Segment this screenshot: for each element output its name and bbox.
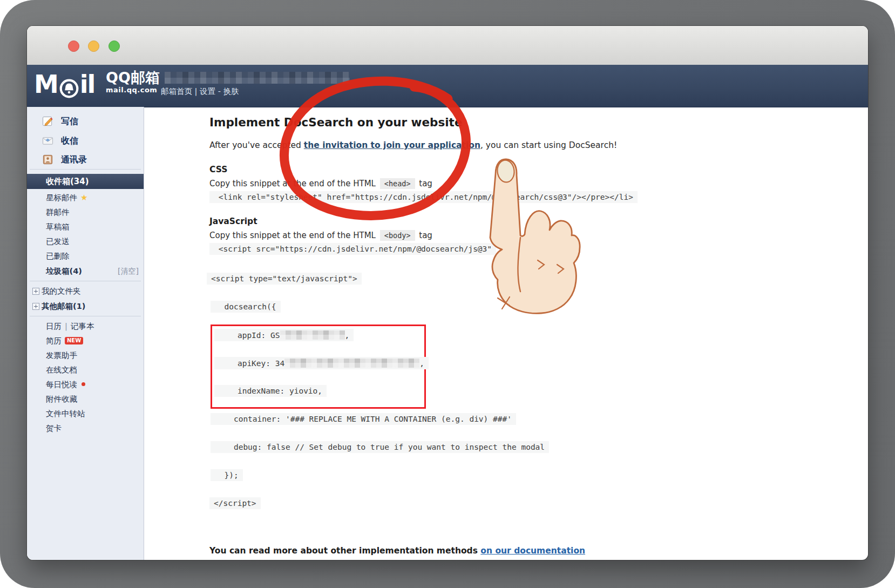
js-instruction-post: tag <box>417 231 432 240</box>
logo-letters-il: il <box>80 69 95 99</box>
sidebar-divider <box>30 281 141 281</box>
sidebar-item-file-transfer[interactable]: 文件中转站 <box>27 407 144 421</box>
close-window-button[interactable] <box>68 40 79 52</box>
sidebar-item-attachment-favorites[interactable]: 附件收藏 <box>27 392 144 406</box>
docsearch-open-line: docsearch({ <box>211 301 281 313</box>
sidebar-item-label: 群邮件 <box>46 205 70 219</box>
pipe-separator: | <box>62 322 71 330</box>
contacts-icon <box>42 154 53 165</box>
apikey-prefix: apiKey: 34 <box>219 359 284 368</box>
sidebar-item-sent[interactable]: 已发送 <box>27 234 144 248</box>
appid-line: appId: GS, <box>214 329 354 341</box>
redacted-account-info <box>165 72 350 84</box>
brand-block: QQ邮箱 mail.qq.com <box>106 70 160 94</box>
brand-name: QQ邮箱 <box>106 70 160 86</box>
sidebar-item-label: 通讯录 <box>61 152 87 168</box>
head-tag-chip: <head> <box>380 178 415 189</box>
sidebar-item-drafts[interactable]: 草稿箱 <box>27 220 144 234</box>
email-title: Implement DocSearch on your website <box>209 116 462 129</box>
sidebar-item-other-accounts[interactable]: 其他邮箱(1) <box>27 299 144 313</box>
invitation-link[interactable]: the invitation to join your application <box>304 140 480 150</box>
debug-line: debug: false // Set debug to true if you… <box>211 441 549 453</box>
browser-window: M il QQ邮箱 mail.qq.com 邮箱首页 | 设置 - 换肤 <box>27 26 868 560</box>
js-code-snippet: <script src="https://cdn.jsdelivr.net/np… <box>209 243 496 255</box>
script-open-line: <script type="text/javascript"> <box>207 273 362 285</box>
sidebar-item-my-folders[interactable]: 我的文件夹 <box>27 284 144 298</box>
close-brace-line: }); <box>211 469 243 481</box>
trash-clear-link[interactable]: [清空] <box>118 264 139 278</box>
sidebar-item-label: 每日悦读 <box>46 380 77 389</box>
sidebar-item-resume[interactable]: 简历NEW <box>27 334 144 348</box>
logo-letter-m: M <box>34 69 58 99</box>
qqmail-header: M il QQ邮箱 mail.qq.com 邮箱首页 | 设置 - 换肤 <box>27 65 868 107</box>
sidebar-item-trash[interactable]: 垃圾箱(4) [清空] <box>27 264 144 278</box>
sidebar-item-label: 星标邮件 <box>46 193 77 202</box>
sidebar-item-daily-reading[interactable]: 每日悦读 <box>27 377 144 391</box>
sidebar-item-calendar-notebook[interactable]: 日历|记事本 <box>27 319 144 333</box>
sidebar-item-online-docs[interactable]: 在线文档 <box>27 363 144 377</box>
footer-text-pre: You can read more about other implementa… <box>209 546 480 556</box>
sidebar-item-label: 我的文件夹 <box>42 284 81 298</box>
sidebar-item-invoice-helper[interactable]: 发票助手 <box>27 348 144 362</box>
sidebar-item-inbox-selected[interactable]: 收件箱(34) <box>27 174 144 189</box>
sidebar-divider <box>30 316 141 316</box>
sidebar-item-label: 发票助手 <box>46 348 77 362</box>
sidebar-item-receive[interactable]: 收信 <box>27 133 144 149</box>
redacted-apikey-value <box>284 359 419 368</box>
window-titlebar <box>27 26 868 65</box>
qqmail-logo[interactable]: M il <box>34 69 94 99</box>
sidebar-item-contacts[interactable]: 通讯录 <box>27 152 144 168</box>
nav-skin-link[interactable]: 换肤 <box>223 87 239 96</box>
sidebar-item-label: 贺卡 <box>46 421 62 435</box>
calendar-link[interactable]: 日历 <box>46 322 62 330</box>
new-badge: NEW <box>65 337 83 344</box>
sidebar-item-label: 在线文档 <box>46 363 77 377</box>
sidebar-item-starred[interactable]: 星标邮件★ <box>27 191 144 205</box>
script-close-line: </script> <box>209 497 261 509</box>
redacted-appid-value <box>280 330 345 340</box>
apikey-suffix: , <box>419 359 424 368</box>
nav-mail-home-link[interactable]: 邮箱首页 <box>161 87 192 96</box>
sidebar-item-compose[interactable]: 写信 <box>27 113 144 130</box>
expand-plus-icon[interactable] <box>32 288 39 295</box>
intro-text-post: , you can start using DocSearch! <box>480 140 617 150</box>
css-instruction-pre: Copy this snippet at the end of the HTML <box>209 179 378 188</box>
pointing-hand-illustration <box>464 157 582 315</box>
sidebar-item-group-mail[interactable]: 群邮件 <box>27 205 144 219</box>
sidebar-item-label: 收件箱(34) <box>46 174 89 189</box>
indexname-line: indexName: yiovio, <box>214 385 327 397</box>
sidebar-item-label: 垃圾箱(4) <box>46 264 82 278</box>
nav-dash: - <box>215 87 223 96</box>
sidebar-item-label: 附件收藏 <box>46 392 77 406</box>
nav-settings-link[interactable]: 设置 <box>200 87 215 96</box>
zoom-window-button[interactable] <box>109 40 120 52</box>
js-section-heading: JavaScript <box>209 217 257 226</box>
sidebar-item-label: 草稿箱 <box>46 220 70 234</box>
expand-plus-icon[interactable] <box>32 303 39 310</box>
apikey-line: apiKey: 34, <box>214 357 429 369</box>
container-line: container: '### REPLACE ME WITH A CONTAI… <box>211 413 516 425</box>
sidebar-divider <box>30 169 141 170</box>
notification-dot <box>82 382 85 386</box>
sidebar-item-label: 已删除 <box>46 249 70 263</box>
bell-icon <box>59 75 79 96</box>
mail-sidebar: 写信 收信 通讯录 <box>27 107 144 560</box>
sidebar-item-label: 写信 <box>61 113 78 130</box>
header-nav: 邮箱首页 | 设置 - 换肤 <box>161 86 239 97</box>
notebook-link[interactable]: 记事本 <box>71 322 94 330</box>
minimize-window-button[interactable] <box>88 40 99 52</box>
sidebar-item-deleted[interactable]: 已删除 <box>27 249 144 263</box>
sidebar-item-label: 收信 <box>61 133 78 149</box>
footer-paragraph: You can read more about other implementa… <box>209 546 585 556</box>
intro-paragraph: After you've accepted the invitation to … <box>209 140 617 150</box>
intro-text-pre: After you've accepted <box>209 140 304 150</box>
js-instruction: Copy this snippet at the end of the HTML… <box>209 231 432 240</box>
documentation-link[interactable]: on our documentation <box>480 546 585 556</box>
css-code-snippet: <link rel="stylesheet" href="https://cdn… <box>209 191 638 203</box>
css-instruction: Copy this snippet at the end of the HTML… <box>209 179 432 188</box>
brand-domain: mail.qq.com <box>106 86 160 94</box>
sidebar-item-label: 已发送 <box>46 234 70 248</box>
body-tag-chip: <body> <box>380 230 415 241</box>
sidebar-item-greeting-card[interactable]: 贺卡 <box>27 421 144 435</box>
compose-icon <box>42 116 53 127</box>
